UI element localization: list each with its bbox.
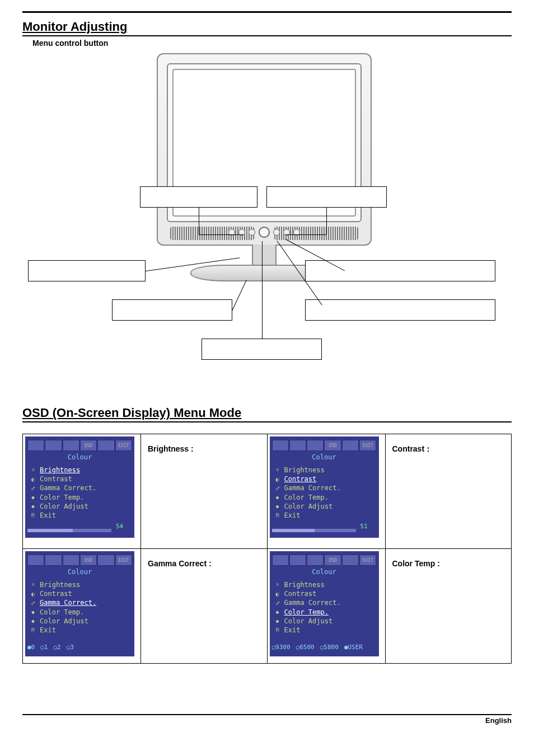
osd-menu-item: ◆Color Temp. — [274, 493, 377, 502]
osd-item-icon: ◆ — [30, 494, 36, 501]
osd-label-cell: Brightness : — [141, 434, 268, 549]
osd-tab-icon — [27, 555, 44, 566]
osd-item-icon: ⎘ — [274, 626, 281, 634]
osd-option: ○3 — [67, 644, 74, 651]
osd-menu-item: ◆Color Adjust — [274, 502, 377, 511]
osd-tab-icon — [342, 555, 359, 566]
osd-menu-item: ☼Brightness — [30, 466, 132, 475]
osd-panel: OSDEXITColour☼Brightness◐Contrast⤢Gamma … — [25, 551, 134, 656]
osd-item-label: Gamma Correct. — [40, 598, 96, 607]
monitor-bezel — [157, 53, 372, 246]
osd-option: ○2 — [54, 644, 61, 651]
monitor-button — [249, 229, 255, 236]
osd-tab-icon — [272, 555, 289, 566]
osd-item-icon: ⎘ — [30, 511, 36, 519]
osd-title: Colour — [27, 453, 132, 461]
osd-panel: OSDEXITColour☼Brightness◐Contrast⤢Gamma … — [25, 436, 134, 538]
osd-item-label: Gamma Correct. — [40, 483, 96, 492]
osd-label-cell: Gamma Correct : — [141, 549, 268, 664]
osd-tab-icon — [45, 440, 62, 451]
osd-tab-icon — [97, 440, 114, 451]
osd-title: Colour — [27, 568, 132, 576]
osd-tab-icon — [307, 440, 324, 451]
callout-box — [202, 339, 322, 360]
osd-item-icon: ☼ — [274, 466, 281, 474]
heading-osd-menu-mode: OSD (On-Screen Display) Menu Mode — [22, 406, 512, 421]
osd-menu-item: ⎘Exit — [30, 511, 132, 520]
osd-menu-item: ☼Brightness — [274, 580, 377, 589]
osd-menu-item: ◆Color Adjust — [30, 617, 132, 626]
osd-tab-icon — [97, 555, 114, 566]
osd-item-icon: ◆ — [274, 608, 281, 616]
osd-tab-icon — [45, 555, 62, 566]
osd-menu-item: ◆Color Temp. — [30, 493, 132, 502]
osd-option: ●0 — [27, 644, 35, 651]
osd-tab-icon: EXIT — [115, 555, 132, 566]
osd-item-label: Brightness — [40, 580, 80, 589]
osd-item-label: Exit — [40, 626, 56, 635]
osd-item-label: Exit — [284, 511, 301, 520]
osd-grid: OSDEXITColour☼Brightness◐Contrast⤢Gamma … — [22, 434, 512, 664]
osd-item-label: Color Temp. — [284, 493, 329, 502]
osd-menu-item: ◐Contrast — [274, 475, 377, 483]
osd-menu-item: ☼Brightness — [274, 466, 377, 475]
osd-item-icon: ⎘ — [30, 626, 36, 634]
osd-item-icon: ◆ — [274, 494, 281, 501]
osd-tab-icon: OSD — [324, 440, 341, 451]
osd-item-icon: ◐ — [30, 590, 36, 598]
osd-item-label: Contrast — [40, 589, 72, 598]
osd-label-cell: Color Temp : — [385, 549, 512, 664]
osd-tab-icon: OSD — [324, 555, 341, 566]
osd-panel: OSDEXITColour☼Brightness◐Contrast⤢Gamma … — [270, 436, 379, 538]
osd-item-label: Brightness — [284, 580, 325, 589]
osd-item-label: Color Temp. — [284, 608, 329, 617]
osd-menu-item: ◆Color Adjust — [274, 617, 377, 626]
osd-tab-icon: EXIT — [359, 440, 376, 451]
osd-item-icon: ◆ — [30, 608, 36, 616]
osd-tab-icon — [307, 555, 324, 566]
osd-tab-icon — [27, 440, 44, 451]
osd-tab-icon: EXIT — [359, 555, 376, 566]
osd-item-icon: ◐ — [274, 476, 281, 483]
osd-menu-item: ◐Contrast — [30, 475, 132, 483]
osd-menu-item: ⎘Exit — [274, 511, 377, 520]
osd-tab-icon — [289, 555, 306, 566]
osd-screenshot-cell: OSDEXITColour☼Brightness◐Contrast⤢Gamma … — [267, 549, 385, 664]
osd-item-label: Exit — [40, 511, 56, 520]
osd-tab-icon: EXIT — [115, 440, 132, 451]
osd-menu-item: ⎘Exit — [274, 626, 377, 635]
osd-item-icon: ◆ — [274, 617, 281, 625]
osd-menu-item: ⎘Exit — [30, 626, 132, 635]
osd-menu-item: ⤢Gamma Correct. — [30, 483, 132, 492]
osd-screenshot-cell: OSDEXITColour☼Brightness◐Contrast⤢Gamma … — [23, 549, 141, 664]
osd-item-icon: ☼ — [30, 466, 36, 474]
osd-screenshot-cell: OSDEXITColour☼Brightness◐Contrast⤢Gamma … — [267, 434, 385, 549]
osd-slider — [272, 529, 356, 532]
osd-option: ○6500 — [296, 644, 315, 651]
heading-monitor-adjusting: Monitor Adjusting — [22, 20, 512, 35]
osd-item-label: Color Temp. — [40, 608, 84, 617]
osd-menu-item: ☼Brightness — [30, 580, 132, 589]
osd-item-icon: ⤢ — [274, 485, 281, 492]
osd-item-label: Brightness — [40, 466, 80, 475]
osd-item-icon: ◆ — [274, 503, 281, 510]
osd-tab-icon — [63, 555, 79, 566]
osd-item-icon: ☼ — [30, 581, 36, 589]
callout-box — [266, 186, 387, 208]
osd-tab-icon — [63, 440, 79, 451]
osd-menu-item: ⤢Gamma Correct. — [274, 598, 377, 607]
osd-item-icon: ◆ — [30, 617, 36, 625]
osd-panel: OSDEXITColour☼Brightness◐Contrast⤢Gamma … — [270, 551, 379, 656]
osd-item-label: Contrast — [40, 475, 72, 483]
osd-option: ●USER — [344, 644, 363, 651]
callout-box — [140, 186, 257, 208]
monitor-power-button — [259, 227, 270, 238]
osd-screenshot-cell: OSDEXITColour☼Brightness◐Contrast⤢Gamma … — [23, 434, 141, 549]
monitor-stand-neck — [252, 245, 277, 267]
osd-option: ○5800 — [320, 644, 339, 651]
osd-tab-icon: OSD — [80, 555, 97, 566]
osd-item-icon: ◐ — [30, 476, 36, 483]
osd-tab-icon: OSD — [80, 440, 97, 451]
osd-item-label: Gamma Correct. — [284, 598, 341, 607]
osd-item-icon: ⎘ — [274, 511, 281, 519]
